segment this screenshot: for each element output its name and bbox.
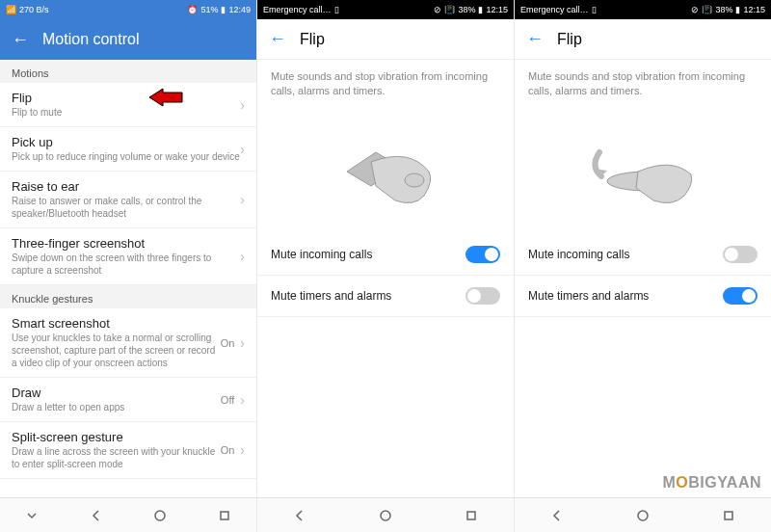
chevron-right-icon: › xyxy=(240,249,245,264)
flip-illustration xyxy=(257,109,514,234)
nav-recent-icon[interactable] xyxy=(465,509,478,522)
item-three-finger-screenshot[interactable]: Three-finger screenshot Swipe down on th… xyxy=(0,228,256,285)
nav-home-icon[interactable] xyxy=(379,509,392,522)
item-subtitle: Swipe down on the screen with three fing… xyxy=(12,252,240,277)
navigation-bar xyxy=(257,497,514,532)
back-icon[interactable]: ← xyxy=(269,29,286,49)
chevron-right-icon: › xyxy=(240,97,245,113)
sim-icon: ▯ xyxy=(592,5,597,14)
switch-on[interactable] xyxy=(465,246,500,263)
svg-point-8 xyxy=(638,511,648,520)
item-pickup[interactable]: Pick up Pick up to reduce ringing volume… xyxy=(0,127,256,172)
item-title: Raise to ear xyxy=(12,179,240,194)
page-title: Flip xyxy=(557,31,582,48)
emergency-text: Emergency call… xyxy=(263,5,332,14)
svg-rect-5 xyxy=(467,512,475,519)
svg-marker-0 xyxy=(149,89,182,106)
battery-icon: ▮ xyxy=(735,5,740,14)
nav-back-icon[interactable] xyxy=(550,509,564,522)
item-title: Split-screen gesture xyxy=(12,430,221,444)
dnd-icon: ⊘ xyxy=(691,5,699,14)
item-title: Flip xyxy=(12,91,240,105)
item-title: Draw xyxy=(12,386,221,400)
toggle-label: Mute timers and alarms xyxy=(528,289,649,303)
title-bar: ← Flip xyxy=(257,19,514,60)
battery-icon: ▮ xyxy=(221,5,226,14)
item-subtitle: Use your knuckles to take a normal or sc… xyxy=(12,332,221,369)
alarm-icon: ⏰ xyxy=(187,5,198,14)
toggle-mute-incoming[interactable]: Mute incoming calls xyxy=(257,234,514,276)
switch-off[interactable] xyxy=(465,287,500,305)
status-bar: Emergency call… ▯ ⊘ 📳 38% ▮ 12:15 xyxy=(515,0,771,19)
toggle-mute-incoming[interactable]: Mute incoming calls xyxy=(515,234,771,276)
status-bar: 📶 270 B/s ⏰ 51% ▮ 12:49 xyxy=(0,0,256,19)
toggle-label: Mute incoming calls xyxy=(528,248,629,261)
toggle-mute-timers[interactable]: Mute timers and alarms xyxy=(515,276,771,317)
chevron-right-icon: › xyxy=(240,335,245,351)
title-bar: ← Motion control xyxy=(0,19,256,60)
battery-text: 51% xyxy=(200,5,218,14)
svg-rect-9 xyxy=(725,512,732,519)
item-draw[interactable]: Draw Draw a letter to open apps Off › xyxy=(0,378,256,422)
nav-expand-icon[interactable] xyxy=(25,509,39,522)
page-title: Motion control xyxy=(42,31,140,48)
description-text: Mute sounds and stop vibration from inco… xyxy=(257,60,514,109)
nav-recent-icon[interactable] xyxy=(722,509,735,522)
clock-text: 12:15 xyxy=(743,5,765,14)
watermark: MOBIGYAAN xyxy=(662,474,761,492)
nav-recent-icon[interactable] xyxy=(218,509,231,522)
section-motions: Motions xyxy=(0,60,256,83)
chevron-right-icon: › xyxy=(240,142,245,157)
highlight-arrow-icon xyxy=(149,87,184,112)
chevron-right-icon: › xyxy=(240,392,245,408)
chevron-right-icon: › xyxy=(240,192,245,207)
item-subtitle: Flip to mute xyxy=(12,106,240,119)
navigation-bar xyxy=(0,497,256,532)
flip-illustration xyxy=(515,109,771,234)
toggle-label: Mute timers and alarms xyxy=(271,289,391,303)
nav-home-icon[interactable] xyxy=(636,509,650,522)
toggle-mute-timers[interactable]: Mute timers and alarms xyxy=(257,276,514,317)
item-split-screen-gesture[interactable]: Split-screen gesture Draw a line across … xyxy=(0,422,256,479)
back-icon[interactable]: ← xyxy=(526,29,544,49)
item-value: On xyxy=(221,337,235,349)
nav-back-icon[interactable] xyxy=(293,509,306,522)
nav-back-icon[interactable] xyxy=(90,509,103,522)
chevron-right-icon: › xyxy=(240,442,245,458)
vibrate-icon: 📳 xyxy=(702,5,712,14)
signal-icon: 📶 xyxy=(6,5,16,14)
item-subtitle: Raise to answer or make calls, or contro… xyxy=(12,195,240,220)
svg-point-3 xyxy=(405,173,424,187)
item-subtitle: Pick up to reduce ringing volume or wake… xyxy=(12,150,240,163)
item-title: Smart screenshot xyxy=(12,316,221,331)
item-value: On xyxy=(221,444,235,456)
navigation-bar xyxy=(515,497,771,532)
battery-text: 38% xyxy=(715,5,732,14)
svg-point-4 xyxy=(381,511,390,520)
clock-text: 12:15 xyxy=(486,5,508,14)
back-icon[interactable]: ← xyxy=(12,30,29,50)
item-flip[interactable]: Flip Flip to mute › xyxy=(0,83,256,127)
dnd-icon: ⊘ xyxy=(434,5,441,14)
page-title: Flip xyxy=(300,31,325,48)
section-knuckle-gestures: Knuckle gestures xyxy=(0,285,256,308)
switch-off[interactable] xyxy=(723,246,758,263)
item-value: Off xyxy=(221,394,234,406)
svg-rect-2 xyxy=(221,512,228,519)
toggle-label: Mute incoming calls xyxy=(271,248,372,261)
switch-on[interactable] xyxy=(723,287,758,305)
item-smart-screenshot[interactable]: Smart screenshot Use your knuckles to ta… xyxy=(0,308,256,378)
item-title: Pick up xyxy=(12,135,240,149)
item-raise-to-ear[interactable]: Raise to ear Raise to answer or make cal… xyxy=(0,172,256,228)
sim-icon: ▯ xyxy=(334,5,339,14)
nav-home-icon[interactable] xyxy=(153,509,167,522)
clock-text: 12:49 xyxy=(228,5,251,14)
battery-icon: ▮ xyxy=(478,5,483,14)
screen-flip-2: Emergency call… ▯ ⊘ 📳 38% ▮ 12:15 ← Flip… xyxy=(515,0,771,532)
item-subtitle: Draw a letter to open apps xyxy=(12,401,221,413)
screen-flip-1: Emergency call… ▯ ⊘ 📳 38% ▮ 12:15 ← Flip… xyxy=(257,0,514,532)
signal-speed: 270 B/s xyxy=(19,5,49,14)
status-bar: Emergency call… ▯ ⊘ 📳 38% ▮ 12:15 xyxy=(257,0,514,19)
svg-point-1 xyxy=(155,511,165,520)
title-bar: ← Flip xyxy=(515,19,771,60)
